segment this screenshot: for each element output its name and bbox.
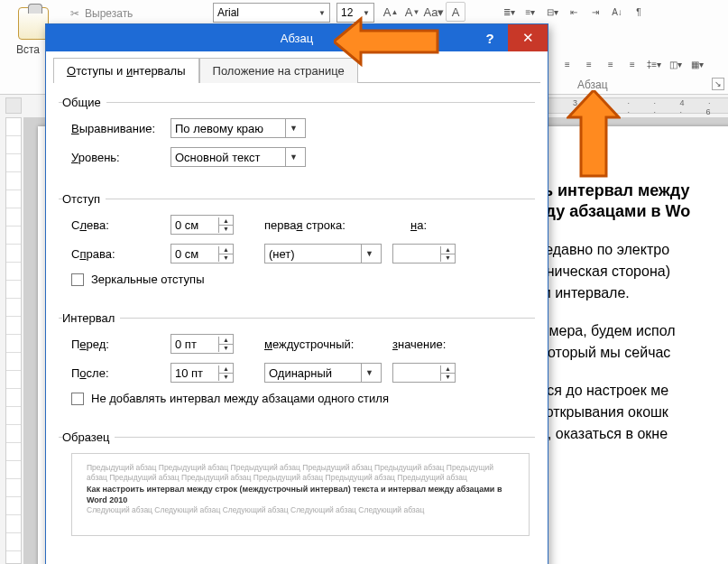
chevron-down-icon: ▼ bbox=[285, 148, 301, 166]
increase-indent-button[interactable]: ⇥ bbox=[585, 2, 605, 22]
multilevel-button[interactable]: ⊟▾ bbox=[542, 2, 562, 22]
at-label: значение: bbox=[392, 337, 446, 351]
alignment-combo[interactable]: По левому краю ▼ bbox=[170, 118, 306, 138]
dialog-body: Общие Выравнивание: По левому краю ▼ Уро… bbox=[53, 82, 540, 564]
special-combo[interactable]: (нет) ▼ bbox=[264, 244, 382, 264]
dialog-tabs: Отступы и интервалы Положение на страниц… bbox=[53, 57, 540, 82]
shading-button[interactable]: ◫▾ bbox=[666, 54, 686, 74]
line-spacing-combo[interactable]: Одинарный ▼ bbox=[264, 363, 382, 383]
nosame-label: Не добавлять интервал между абзацами одн… bbox=[91, 392, 389, 405]
indent-right-spin[interactable]: 0 см ▲▼ bbox=[170, 244, 234, 264]
svg-marker-0 bbox=[334, 19, 438, 64]
align-right-button[interactable]: ≡ bbox=[601, 54, 621, 74]
after-label: После: bbox=[71, 366, 170, 380]
paragraph-dialog: Абзац ? ✕ Отступы и интервалы Положение … bbox=[45, 23, 548, 564]
paste-label[interactable]: Вста bbox=[16, 43, 40, 56]
chevron-down-icon: ▼ bbox=[361, 245, 377, 263]
paragraph-button-group-bottom: ≡ ≡ ≡ ≡ ‡≡▾ ◫▾ ▦▾ bbox=[558, 54, 707, 74]
clipboard-icon bbox=[18, 7, 49, 40]
dialog-titlebar[interactable]: Абзац ? ✕ bbox=[46, 24, 548, 51]
chevron-down-icon: ▼ bbox=[318, 9, 326, 17]
spacing-group: Интервал Перед: 0 пт ▲▼ междустрочный: з… bbox=[59, 311, 535, 418]
alignment-label: Выравнивание: bbox=[71, 122, 170, 135]
indent-left-spin[interactable]: 0 см ▲▼ bbox=[170, 215, 234, 235]
before-spin[interactable]: 0 пт ▲▼ bbox=[170, 334, 234, 354]
vertical-ruler[interactable] bbox=[5, 117, 22, 564]
ruler-corner bbox=[5, 97, 22, 114]
indent-left-label: Слева: bbox=[71, 218, 170, 232]
dialog-title: Абзац bbox=[281, 32, 313, 45]
annotation-arrow-up bbox=[567, 90, 621, 180]
annotation-arrow-left bbox=[334, 14, 442, 69]
chevron-down-icon: ▼ bbox=[285, 119, 301, 137]
preview-box: Предыдущий абзац Предыдущий абзац Предыд… bbox=[71, 453, 530, 536]
borders-button[interactable]: ▦▾ bbox=[687, 54, 707, 74]
paragraph-button-group-top: ≣▾ ≡▾ ⊟▾ ⇤ ⇥ A↓ ¶ bbox=[499, 2, 649, 22]
scissors-icon: ✂ bbox=[70, 7, 79, 20]
svg-marker-1 bbox=[568, 90, 619, 176]
by-label: на: bbox=[410, 218, 427, 232]
close-button[interactable]: ✕ bbox=[508, 24, 548, 51]
sort-button[interactable]: A↓ bbox=[607, 2, 627, 22]
mirror-checkbox[interactable] bbox=[71, 273, 84, 286]
at-spin[interactable]: ▲▼ bbox=[392, 363, 456, 383]
show-marks-button[interactable]: ¶ bbox=[629, 2, 649, 22]
mirror-label: Зеркальные отступы bbox=[91, 273, 204, 286]
cut-button[interactable]: ✂ Вырезать bbox=[70, 7, 133, 20]
align-center-button[interactable]: ≡ bbox=[579, 54, 599, 74]
before-label: Перед: bbox=[71, 337, 170, 351]
line-spacing-button[interactable]: ‡≡▾ bbox=[644, 54, 664, 74]
bullets-button[interactable]: ≣▾ bbox=[499, 2, 519, 22]
align-left-button[interactable]: ≡ bbox=[558, 54, 577, 74]
outline-combo[interactable]: Основной текст ▼ bbox=[170, 147, 306, 167]
line-spacing-label: междустрочный: bbox=[264, 337, 382, 351]
decrease-indent-button[interactable]: ⇤ bbox=[564, 2, 584, 22]
font-name-combo[interactable]: Arial ▼ bbox=[213, 3, 330, 23]
help-button[interactable]: ? bbox=[472, 24, 508, 51]
paragraph-dialog-launcher[interactable]: ↘ bbox=[712, 78, 724, 90]
after-spin[interactable]: 10 пт ▲▼ bbox=[170, 363, 234, 383]
general-group: Общие Выравнивание: По левому краю ▼ Уро… bbox=[59, 96, 535, 180]
paragraph-group-label: Абзац bbox=[577, 79, 608, 91]
preview-group: Образец Предыдущий абзац Предыдущий абза… bbox=[59, 430, 535, 540]
clear-format-button[interactable]: A bbox=[446, 2, 465, 22]
tab-indent-spacing[interactable]: Отступы и интервалы bbox=[53, 58, 199, 83]
outline-label: Уровень: bbox=[71, 151, 170, 164]
indent-right-label: Справа: bbox=[71, 247, 170, 261]
by-spin[interactable]: ▲▼ bbox=[392, 244, 456, 264]
justify-button[interactable]: ≡ bbox=[622, 54, 642, 74]
special-label: первая строка: bbox=[264, 218, 382, 232]
nosame-checkbox[interactable] bbox=[71, 393, 84, 405]
indent-group: Отступ Слева: 0 см ▲▼ первая строка: на:… bbox=[59, 192, 535, 299]
numbering-button[interactable]: ≡▾ bbox=[521, 2, 540, 22]
chevron-down-icon: ▼ bbox=[361, 364, 377, 382]
